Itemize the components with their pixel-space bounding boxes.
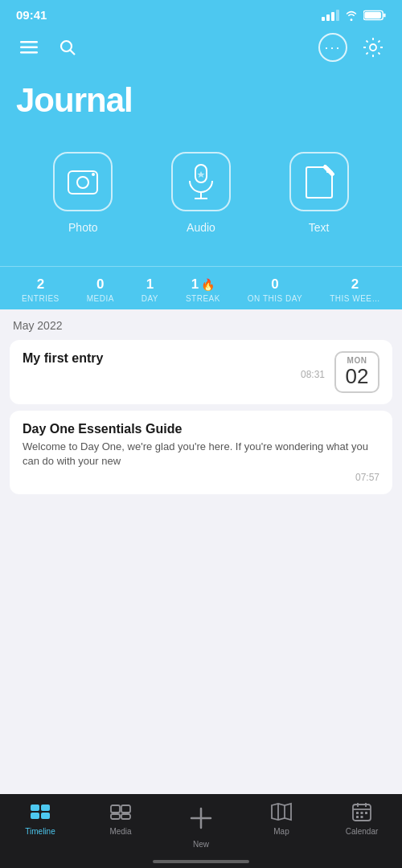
signal-icon	[322, 10, 339, 21]
journal-list: May 2022 My first entry 08:31 MON 02 Day…	[0, 309, 402, 868]
stats-bar: 2 ENTRIES 0 MEDIA 1 DAY 1🔥 STREAK 0 ON T…	[0, 266, 402, 309]
tab-new[interactable]: New	[161, 800, 241, 849]
text-icon-container	[289, 152, 349, 211]
stat-this-week-label: THIS WEE…	[330, 294, 380, 303]
svg-point-10	[77, 177, 88, 188]
new-button-icon	[183, 800, 219, 836]
month-header: May 2022	[0, 309, 402, 337]
svg-rect-16	[31, 805, 39, 811]
svg-rect-20	[111, 805, 120, 813]
svg-rect-35	[365, 812, 367, 814]
text-action-button[interactable]: Text	[289, 152, 349, 234]
svg-rect-5	[20, 51, 38, 54]
svg-rect-22	[111, 814, 120, 819]
tab-map[interactable]: Map	[241, 800, 322, 836]
app-header: ···	[0, 27, 402, 68]
svg-rect-18	[31, 813, 39, 819]
home-indicator	[153, 860, 249, 863]
svg-rect-2	[364, 11, 381, 18]
stat-streak-value: 1🔥	[191, 276, 215, 293]
tab-bar: Timeline Media New	[0, 794, 402, 868]
tab-timeline[interactable]: Timeline	[0, 800, 80, 836]
status-icons	[322, 10, 386, 21]
list-item[interactable]: Day One Essentials Guide Welcome to Day …	[10, 411, 392, 494]
date-badge: MON 02	[334, 351, 379, 393]
search-button[interactable]	[55, 35, 80, 60]
stat-media-label: MEDIA	[87, 294, 114, 303]
stat-streak: 1🔥 STREAK	[186, 276, 220, 303]
calendar-icon	[351, 800, 373, 823]
entry-title: Day One Essentials Guide	[23, 422, 379, 436]
stat-day: 1 DAY	[142, 276, 158, 303]
tab-timeline-label: Timeline	[25, 827, 55, 836]
svg-rect-1	[384, 13, 385, 17]
tab-calendar-label: Calendar	[346, 827, 379, 836]
svg-rect-33	[356, 812, 359, 814]
stat-this-week: 2 THIS WEE…	[330, 276, 380, 303]
stat-media-value: 0	[96, 276, 104, 293]
audio-icon-container	[171, 152, 231, 211]
page-title: Journal	[0, 68, 402, 136]
tab-media[interactable]: Media	[80, 800, 161, 836]
svg-rect-34	[361, 812, 363, 814]
battery-icon	[363, 10, 386, 21]
settings-button[interactable]	[360, 35, 386, 60]
timeline-icon	[29, 800, 51, 823]
entry-time: 08:31	[23, 369, 325, 380]
map-icon	[270, 800, 293, 823]
menu-button[interactable]	[16, 35, 42, 60]
photo-label: Photo	[68, 221, 98, 234]
svg-point-8	[370, 44, 376, 51]
tab-new-label: New	[193, 840, 209, 849]
svg-line-7	[71, 51, 76, 55]
svg-marker-26	[272, 804, 291, 820]
stat-on-this-day-value: 0	[271, 276, 278, 293]
svg-rect-37	[361, 816, 363, 818]
stat-day-label: DAY	[142, 294, 158, 303]
date-badge-num: 02	[344, 365, 370, 388]
stat-on-this-day: 0 ON THIS DAY	[248, 276, 302, 303]
entry-time: 07:57	[23, 472, 379, 483]
stat-media: 0 MEDIA	[87, 276, 114, 303]
stat-entries-value: 2	[37, 276, 44, 293]
audio-label: Audio	[187, 221, 215, 234]
svg-rect-4	[20, 47, 38, 49]
more-button[interactable]: ···	[318, 33, 347, 62]
entry-content: Day One Essentials Guide Welcome to Day …	[23, 422, 379, 483]
tab-map-label: Map	[273, 827, 289, 836]
tab-media-label: Media	[109, 827, 131, 836]
wifi-icon	[344, 10, 359, 21]
svg-rect-3	[20, 41, 38, 43]
svg-rect-19	[41, 813, 50, 819]
entry-body: Welcome to Day One, we're glad you're he…	[23, 440, 379, 469]
photo-action-button[interactable]: Photo	[53, 152, 113, 234]
svg-rect-36	[356, 816, 359, 818]
time-display: 09:41	[16, 8, 47, 22]
tab-calendar[interactable]: Calendar	[322, 800, 402, 836]
entry-title: My first entry	[23, 351, 325, 366]
status-bar: 09:41	[0, 0, 402, 27]
audio-action-button[interactable]: Audio	[171, 152, 231, 234]
photo-icon-container	[53, 152, 113, 211]
stat-entries-label: ENTRIES	[22, 294, 59, 303]
media-icon	[109, 800, 132, 823]
svg-rect-17	[41, 805, 50, 811]
stat-on-this-day-label: ON THIS DAY	[248, 294, 302, 303]
flame-icon: 🔥	[201, 278, 215, 291]
stat-streak-label: STREAK	[186, 294, 220, 303]
stat-this-week-value: 2	[351, 276, 359, 293]
stat-entries: 2 ENTRIES	[22, 276, 59, 303]
stat-day-value: 1	[146, 276, 154, 293]
entry-content: My first entry 08:31	[23, 351, 325, 380]
svg-point-6	[61, 41, 72, 51]
list-item[interactable]: My first entry 08:31 MON 02	[10, 340, 392, 404]
text-label: Text	[309, 221, 330, 234]
svg-point-11	[92, 173, 95, 176]
svg-rect-21	[121, 805, 130, 813]
action-buttons-row: Photo Audio	[0, 136, 402, 258]
svg-rect-23	[121, 814, 130, 819]
